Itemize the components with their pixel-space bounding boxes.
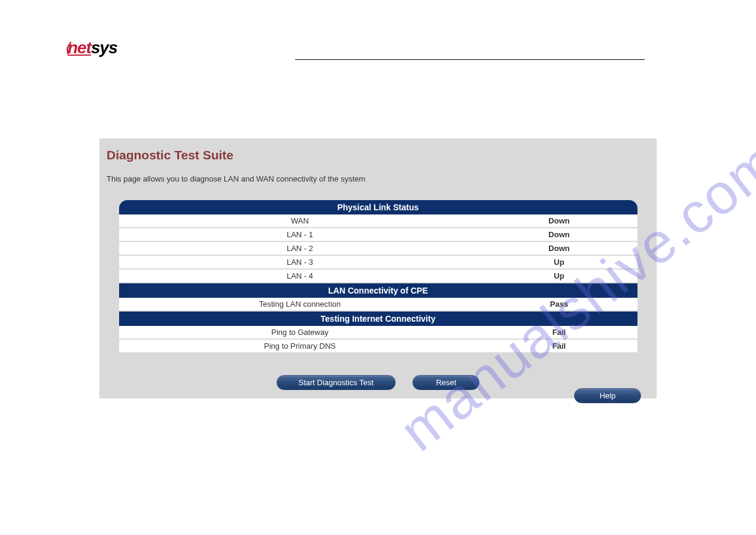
row-label: Ping to Gateway: [119, 326, 481, 340]
table-row: LAN - 4Up: [119, 270, 637, 283]
row-label: LAN - 1: [119, 228, 481, 242]
section-header-label: Physical Link Status: [119, 200, 637, 214]
row-label: Testing LAN connection: [119, 298, 481, 312]
row-label: LAN - 4: [119, 270, 481, 283]
row-label: WAN: [119, 214, 481, 228]
row-status: Down: [481, 214, 637, 228]
table-row: LAN - 1Down: [119, 228, 637, 242]
section-header: Physical Link Status: [119, 200, 637, 214]
row-status: Down: [481, 228, 637, 242]
help-button[interactable]: Help: [574, 388, 641, 403]
section-header: Testing Internet Connectivity: [119, 312, 637, 326]
page-title: Diagnostic Test Suite: [107, 148, 649, 162]
row-label: Ping to Primary DNS: [119, 340, 481, 353]
table-row: LAN - 3Up: [119, 256, 637, 270]
row-status: Fail: [481, 340, 637, 353]
section-header: LAN Connectivity of CPE: [119, 283, 637, 298]
table-row: WANDown: [119, 214, 637, 228]
table-row: Testing LAN connectionPass: [119, 298, 637, 312]
table-row: Ping to GatewayFail: [119, 326, 637, 340]
row-status: Fail: [481, 326, 637, 340]
button-row: Start Diagnostics Test Reset Help: [104, 375, 652, 390]
reset-button[interactable]: Reset: [412, 375, 479, 390]
diagnostic-panel: Diagnostic Test Suite This page allows y…: [99, 138, 657, 398]
logo-text-net: net: [68, 38, 91, 57]
page-description: This page allows you to diagnose LAN and…: [107, 174, 649, 183]
diagnostic-table: Physical Link StatusWANDownLAN - 1DownLA…: [119, 200, 637, 353]
row-status: Up: [481, 256, 637, 270]
section-header-label: Testing Internet Connectivity: [119, 312, 637, 326]
row-label: LAN - 3: [119, 256, 481, 270]
start-diagnostics-button[interactable]: Start Diagnostics Test: [277, 375, 396, 390]
brand-logo: ⟨netsys: [65, 38, 117, 58]
header-divider: [295, 59, 645, 60]
row-status: Up: [481, 270, 637, 283]
table-row: Ping to Primary DNSFail: [119, 340, 637, 353]
row-label: LAN - 2: [119, 242, 481, 256]
section-header-label: LAN Connectivity of CPE: [119, 283, 637, 298]
row-status: Down: [481, 242, 637, 256]
table-row: LAN - 2Down: [119, 242, 637, 256]
logo-text-sys: sys: [91, 38, 117, 57]
row-status: Pass: [481, 298, 637, 312]
